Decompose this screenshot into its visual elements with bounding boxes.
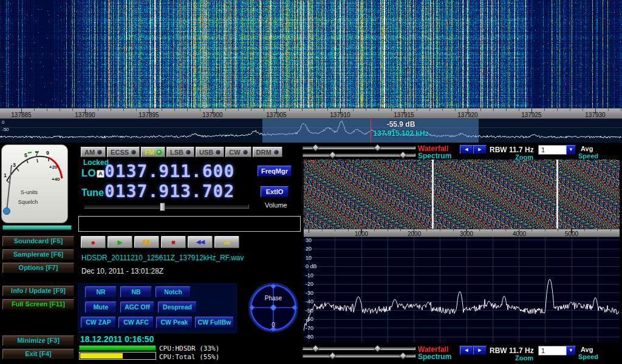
mode-button-drm[interactable]: DRM (253, 147, 282, 157)
info-update-button[interactable]: Info / Update [F9] (2, 286, 74, 296)
despread-button[interactable]: Despread (158, 302, 197, 313)
audio-spectrum-display[interactable] (304, 237, 620, 342)
svg-text:0: 0 (272, 322, 275, 328)
speed-dropdown[interactable]: 1 ▼ (538, 145, 576, 155)
dropdown-arrow-button[interactable]: ▼ (566, 145, 576, 155)
speed-label-bottom: Speed (578, 353, 598, 360)
nr-button[interactable]: NR (85, 286, 117, 298)
band-left-button[interactable]: ◄ (460, 346, 473, 355)
minimize-button[interactable]: Minimize [F3] (2, 335, 74, 346)
agc-off-button[interactable]: AGC Off (120, 302, 154, 313)
band-left-button[interactable]: ◄ (460, 145, 473, 154)
lo-frequency-display[interactable]: 0137.911.600 (104, 161, 234, 181)
svg-text:3: 3 (13, 162, 16, 168)
mode-button-fm[interactable]: FM (141, 147, 165, 157)
avg-label-bottom: Avg (581, 346, 593, 353)
db-tick-label: -20 (306, 281, 313, 287)
slider-thumb[interactable] (312, 144, 320, 152)
volume-slider-thumb[interactable] (160, 203, 165, 211)
cw-afc-button[interactable]: CW AFC (118, 317, 154, 328)
slider-thumb[interactable] (329, 352, 337, 360)
db-tick-label: -30 (306, 290, 313, 296)
top-range-slider-1[interactable] (302, 146, 415, 149)
soundcard-button[interactable]: Soundcard [F5] (2, 236, 74, 246)
exit-button[interactable]: Exit [F4] (2, 349, 74, 359)
cw-zap-button[interactable]: CW ZAP (81, 317, 116, 328)
slider-thumb[interactable] (374, 144, 381, 152)
mode-button-usb[interactable]: USB (196, 147, 224, 157)
svg-text:Phase: Phase (265, 295, 282, 302)
record-button[interactable]: ● (81, 236, 106, 248)
cpu-hdsdr-text: CPU:HDSDR (33%) (159, 345, 219, 352)
extio-button[interactable]: ExtIO (261, 186, 289, 197)
pause-button[interactable]: ▮▮ (134, 236, 159, 248)
band-right-button[interactable]: ► (473, 346, 487, 355)
freqmgr-button[interactable]: FreqMgr (258, 166, 292, 177)
play-button[interactable]: ▶ (108, 236, 132, 248)
bottom-range-slider-2[interactable] (302, 354, 415, 357)
lock-a-badge[interactable]: A (97, 170, 104, 178)
audio-tick-label: 2000 (402, 231, 426, 237)
speed-dropdown-value: 1 (538, 145, 566, 155)
lo-label: LO (81, 167, 96, 180)
mute-button[interactable]: Mute (85, 302, 117, 313)
dropdown-arrow-button[interactable]: ▼ (566, 346, 576, 356)
db-tick-label: -80 (306, 334, 313, 340)
mode-button-am[interactable]: AM (81, 147, 106, 157)
slider-thumb[interactable] (399, 151, 407, 159)
db-tick-label: -40 (306, 298, 313, 305)
db-tick-label: 0 dB (306, 263, 317, 269)
slider-thumb[interactable] (399, 352, 407, 360)
bottom-range-slider-1[interactable] (302, 347, 415, 350)
zoom-label-bottom[interactable]: Zoom (515, 354, 533, 362)
cw-fullbw-button[interactable]: CW FullBw (195, 317, 234, 328)
frequency-ruler[interactable]: 137885 137890 137895 137900 137905 13791… (0, 108, 622, 119)
fullscreen-button[interactable]: Full Screen [F11] (2, 299, 74, 309)
svg-text:1: 1 (4, 172, 7, 178)
svg-text:+20: +20 (49, 164, 58, 170)
freq-tick-label: 137895 (134, 112, 164, 118)
freq-tick-label: 137890 (70, 112, 100, 118)
mode-button-ecss[interactable]: ECSS (107, 147, 140, 157)
spectrum-axis-0db: 0 (2, 120, 4, 125)
audio-waterfall-display[interactable] (304, 160, 620, 229)
mode-button-cw[interactable]: CW (225, 147, 251, 157)
samplerate-button[interactable]: Samplerate [F6] (2, 249, 74, 260)
squelch-level-bar[interactable] (2, 225, 72, 230)
mode-button-lsb[interactable]: LSB (166, 147, 194, 157)
recording-filename: HDSDR_20111210_125611Z_137912kHz_RF.wav (81, 254, 244, 262)
volume-slider[interactable] (84, 204, 249, 209)
mode-led (97, 150, 102, 155)
nb-button[interactable]: NB (120, 286, 152, 298)
speed-dropdown-bottom[interactable]: 1 ▼ (538, 346, 576, 356)
db-tick-label: -10 (306, 272, 313, 278)
slider-thumb[interactable] (329, 151, 337, 159)
notch-button[interactable]: Notch (156, 286, 191, 298)
audio-frequency-ruler[interactable]: 1000 2000 3000 4000 5000 (304, 229, 620, 237)
slider-thumb[interactable] (312, 345, 320, 352)
play-icon: ▶ (117, 239, 122, 246)
rewind-icon: ◀◀ (196, 239, 204, 245)
freq-tick-label: 137920 (453, 112, 483, 118)
options-button[interactable]: Options [F7] (2, 263, 74, 273)
slider-thumb[interactable] (374, 345, 381, 352)
audio-tick-label: 1000 (349, 231, 374, 237)
band-right-button[interactable]: ► (473, 145, 487, 154)
loop-button[interactable]: ∞ (214, 236, 239, 248)
freq-tick-label: 137905 (261, 112, 292, 118)
svg-text:7: 7 (35, 151, 38, 157)
cw-peak-button[interactable]: CW Peak (156, 317, 193, 328)
mode-led (186, 150, 191, 155)
spectrum-label-bottom[interactable]: Spectrum (418, 352, 451, 361)
top-range-slider-2[interactable] (302, 153, 415, 157)
svg-text:Squelch: Squelch (18, 199, 38, 205)
rewind-button[interactable]: ◀◀ (188, 236, 213, 248)
spectrum-label[interactable]: Spectrum (418, 152, 451, 160)
tune-frequency-display[interactable]: 0137.913.702 (104, 181, 234, 201)
stop-button[interactable]: ■ (161, 236, 186, 248)
main-waterfall-display[interactable] (0, 0, 622, 108)
s-meter: 1 3 5 7 9 +20 +40 S-units Squelch (1, 144, 68, 223)
mode-led (157, 150, 162, 155)
spectrum-axis-50db: -50 (2, 127, 9, 132)
pause-icon: ▮▮ (143, 239, 151, 245)
